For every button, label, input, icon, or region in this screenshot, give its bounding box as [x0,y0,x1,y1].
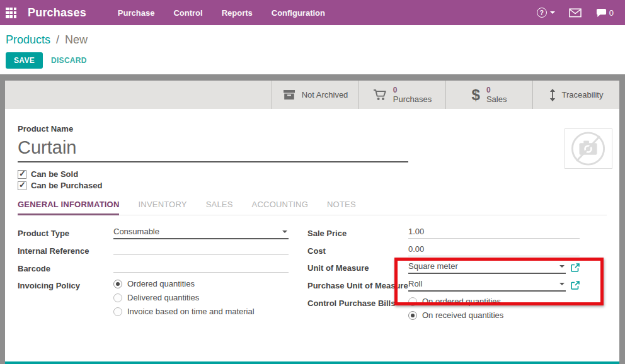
field-label: Control Purchase Bills [307,297,408,309]
internal-reference-input[interactable] [113,244,289,255]
product-name-label: Product Name [18,124,619,134]
field-unit-of-measure: Unit of Measure Square meter [307,261,619,274]
purchase-uom-select[interactable]: Roll [408,279,566,292]
stat-button-traceability[interactable]: Traceability [532,81,619,109]
bottom-accent-line [5,361,619,364]
messages-icon[interactable] [569,8,582,18]
field-invoicing-policy: Invoicing Policy Ordered quantities Deli… [18,279,307,321]
sale-price-input[interactable]: 1.00 [408,227,580,239]
field-barcode: Barcode [18,262,307,275]
radio-on-ordered-quantities[interactable]: On ordered quantities [408,297,580,306]
external-link-icon[interactable] [571,281,580,290]
stat-label: Purchases [393,94,432,105]
form-statusbar: Not Archived 0 Purchases $ [5,81,619,109]
breadcrumb: Products / New [0,25,625,47]
chevron-down-icon [559,265,565,268]
field-label: Product Type [18,227,113,239]
can-be-sold-checkbox[interactable]: Can be Sold [18,169,619,179]
stat-label: Sales [486,94,507,105]
stat-label: Not Archived [302,90,348,100]
product-name-input[interactable]: Curtain [18,137,408,162]
field-internal-reference: Internal Reference [18,244,307,257]
field-purchase-uom: Purchase Unit of Measure Roll [307,279,619,292]
chevron-down-icon [559,283,565,285]
radio-invoice-time-material[interactable]: Invoice based on time and material [113,307,289,316]
radio-on-received-quantities[interactable]: On received quantities [408,310,580,320]
tab-sales[interactable]: SALES [206,200,233,215]
help-icon: ? [537,8,547,18]
chat-count: 0 [609,8,614,18]
help-menu[interactable]: ? [537,8,555,18]
barcode-input[interactable] [113,262,289,273]
form-sheet: Product Name Curtain Can be Sold Can be … [5,109,619,361]
field-product-type: Product Type Consumable [18,227,307,239]
breadcrumb-separator: / [56,33,59,46]
radio-label: Ordered quantities [127,279,195,288]
general-information-fields: Product Type Consumable Internal Referen… [18,227,619,329]
radio-label: On ordered quantities [422,297,501,306]
product-type-select[interactable]: Consumable [113,227,289,239]
cost-input[interactable]: 0.00 [408,244,580,256]
radio-icon [408,297,417,306]
stat-button-sales[interactable]: $ 0 Sales [445,81,532,109]
menu-control[interactable]: Control [173,8,202,18]
checkbox-checked-icon [18,170,26,179]
form-view: Not Archived 0 Purchases $ [0,74,625,364]
chat-counter[interactable]: 0 [595,8,614,18]
menu-reports[interactable]: Reports [222,8,253,18]
no-camera-icon [566,130,611,167]
tab-accounting[interactable]: ACCOUNTING [252,200,308,215]
uom-value: Square meter [408,261,556,271]
field-label: Sale Price [307,227,408,239]
radio-label: On received quantities [422,310,503,320]
field-control-purchase-bills: Control Purchase Bills On ordered quanti… [307,297,619,324]
fields-right-column: Sale Price 1.00 Cost 0.00 Unit of Measur… [307,227,619,329]
stat-button-purchases[interactable]: 0 Purchases [358,81,445,109]
save-button[interactable]: SAVE [6,52,43,69]
field-sale-price: Sale Price 1.00 [307,227,619,239]
discard-button[interactable]: DISCARD [51,56,87,65]
apps-grid-icon[interactable] [6,8,18,18]
tab-general-information[interactable]: GENERAL INFORMATION [18,200,119,215]
stat-button-archived[interactable]: Not Archived [272,81,358,109]
dollar-icon: $ [472,86,480,104]
cart-icon [373,89,387,101]
checkbox-label: Can be Purchased [31,181,102,190]
product-image-placeholder[interactable] [565,128,612,169]
chevron-down-icon [282,230,287,233]
field-label: Internal Reference [18,244,113,257]
chat-bubble-icon [595,8,607,18]
radio-icon [113,293,122,302]
checkbox-checked-icon [18,181,26,190]
field-label: Purchase Unit of Measure [307,279,408,292]
external-link-icon[interactable] [571,263,580,272]
stat-label: Traceability [562,90,604,100]
stat-buttons: Not Archived 0 Purchases $ [272,81,619,109]
stat-value: 0 [486,86,507,94]
menu-purchase[interactable]: Purchase [118,8,155,18]
top-navbar: Purchases Purchase Control Reports Confi… [0,0,625,25]
app-title[interactable]: Purchases [28,6,86,20]
top-menu: Purchase Control Reports Configuration [118,8,325,18]
tab-notes[interactable]: NOTES [327,200,356,215]
stat-value: 0 [393,86,432,94]
archive-icon [283,89,295,100]
field-label: Cost [307,244,408,257]
uom-select[interactable]: Square meter [408,261,566,274]
radio-label: Invoice based on time and material [127,307,255,316]
field-cost: Cost 0.00 [307,244,619,257]
radio-delivered-quantities[interactable]: Delivered quantities [113,293,289,302]
updown-arrow-icon [549,89,556,101]
fields-left-column: Product Type Consumable Internal Referen… [18,227,307,329]
odoo-window: Purchases Purchase Control Reports Confi… [0,0,625,364]
topbar-right: ? 0 [537,8,614,18]
radio-ordered-quantities[interactable]: Ordered quantities [113,279,289,288]
tab-inventory[interactable]: INVENTORY [138,200,186,215]
field-label: Unit of Measure [307,261,408,274]
radio-selected-icon [408,311,417,320]
can-be-purchased-checkbox[interactable]: Can be Purchased [18,181,619,190]
menu-configuration[interactable]: Configuration [272,8,325,18]
radio-label: Delivered quantities [127,293,199,302]
breadcrumb-products[interactable]: Products [6,33,50,46]
field-label: Invoicing Policy [18,279,113,292]
